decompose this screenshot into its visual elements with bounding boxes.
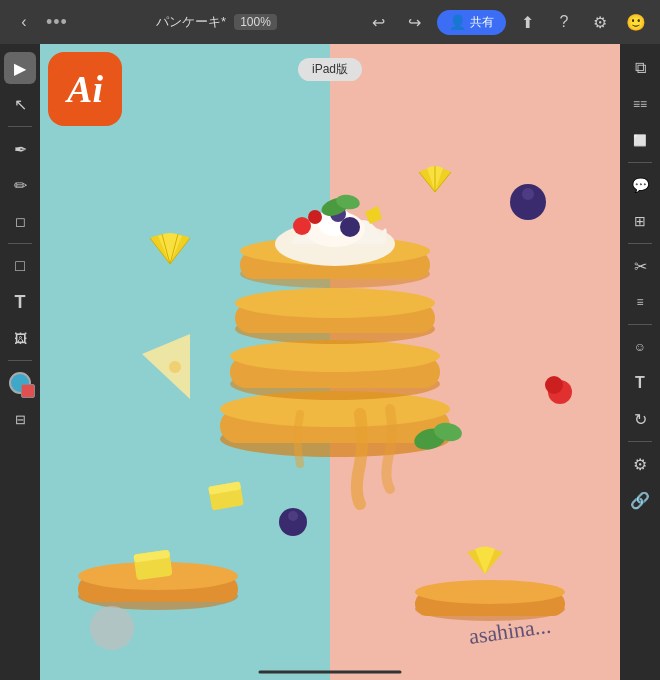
- svg-point-43: [522, 188, 534, 200]
- transform-button[interactable]: ⊞: [624, 205, 656, 237]
- svg-point-41: [288, 511, 298, 521]
- svg-point-31: [415, 580, 565, 604]
- pen-tool[interactable]: ✒: [4, 133, 36, 165]
- more-options-button[interactable]: •••: [46, 12, 68, 33]
- divider-r3: [628, 324, 652, 325]
- zoom-label[interactable]: 100%: [234, 14, 277, 30]
- select-tool[interactable]: ▶: [4, 52, 36, 84]
- divider-r1: [628, 162, 652, 163]
- properties-button[interactable]: ≡≡: [624, 88, 656, 120]
- layers-button[interactable]: ⧉: [624, 52, 656, 84]
- brush-lib-button[interactable]: ⬜: [624, 124, 656, 156]
- type-tool[interactable]: T: [4, 286, 36, 318]
- back-button[interactable]: ‹: [10, 8, 38, 36]
- canvas-area[interactable]: Ai iPad版: [40, 44, 620, 680]
- undo-button[interactable]: ↩: [365, 8, 393, 36]
- gear-button[interactable]: ⚙: [624, 448, 656, 480]
- divider-3: [8, 360, 32, 361]
- right-toolbar: ⧉ ≡≡ ⬜ 💬 ⊞ ✂ ≡ ☺ T ↻ ⚙ 🔗: [620, 44, 660, 680]
- align-tool[interactable]: ⊟: [4, 403, 36, 435]
- svg-point-10: [235, 288, 435, 318]
- divider-2: [8, 243, 32, 244]
- puppet-button[interactable]: ☺: [624, 331, 656, 363]
- filename-label: パンケーキ*: [156, 13, 226, 31]
- help-button[interactable]: ?: [550, 8, 578, 36]
- ipad-badge: iPad版: [298, 58, 362, 81]
- export-button[interactable]: ⬆: [514, 8, 542, 36]
- left-toolbar: ▶ ↖ ✒ ✏ ◻ □ T 🖼 ⊟: [0, 44, 40, 680]
- user-button[interactable]: 🙂: [622, 8, 650, 36]
- settings-button[interactable]: ⚙: [586, 8, 614, 36]
- topbar: ‹ ••• パンケーキ* 100% ↩ ↪ 👤 共有 ⬆ ? ⚙ 🙂: [0, 0, 660, 44]
- comment-button[interactable]: 💬: [624, 169, 656, 201]
- link-button[interactable]: 🔗: [624, 484, 656, 516]
- type-right-button[interactable]: T: [624, 367, 656, 399]
- color-indicator: [9, 372, 31, 394]
- circle-handle[interactable]: [90, 606, 134, 650]
- rectangle-tool[interactable]: □: [4, 250, 36, 282]
- pencil-tool[interactable]: ✏: [4, 169, 36, 201]
- svg-point-7: [230, 340, 440, 372]
- divider-r2: [628, 243, 652, 244]
- rotate-button[interactable]: ↻: [624, 403, 656, 435]
- main-layout: ▶ ↖ ✒ ✏ ◻ □ T 🖼 ⊟ Ai iPad版: [0, 44, 660, 680]
- svg-point-18: [308, 210, 322, 224]
- direct-select-tool[interactable]: ↖: [4, 88, 36, 120]
- svg-point-17: [293, 217, 311, 235]
- artwork-canvas[interactable]: asahina...: [40, 44, 620, 680]
- eraser-tool[interactable]: ◻: [4, 205, 36, 237]
- align-button[interactable]: ≡: [624, 286, 656, 318]
- color-swatch[interactable]: [4, 367, 36, 399]
- svg-point-37: [169, 361, 181, 373]
- divider-1: [8, 126, 32, 127]
- image-tool[interactable]: 🖼: [4, 322, 36, 354]
- share-label: 共有: [470, 14, 494, 31]
- cut-button[interactable]: ✂: [624, 250, 656, 282]
- svg-point-45: [545, 376, 563, 394]
- redo-button[interactable]: ↪: [401, 8, 429, 36]
- share-button[interactable]: 👤 共有: [437, 10, 506, 35]
- divider-r4: [628, 441, 652, 442]
- ai-logo: Ai: [48, 52, 122, 126]
